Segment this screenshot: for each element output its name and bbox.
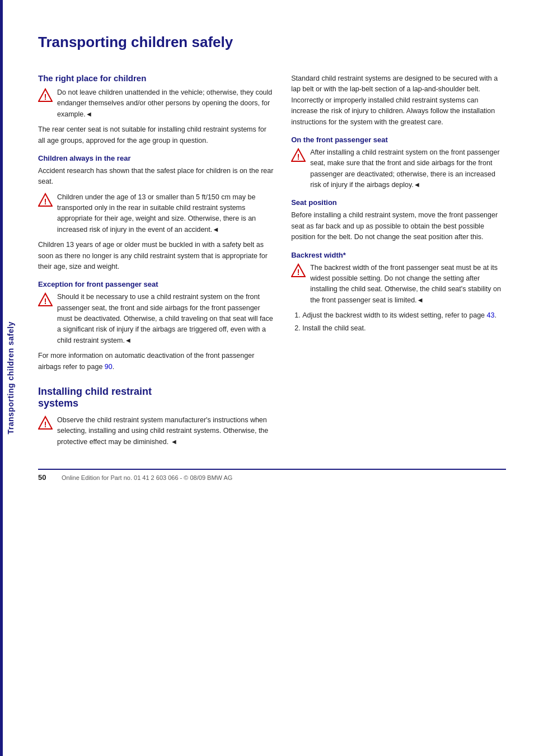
sidebar-bar	[0, 0, 3, 756]
right-place-title: The right place for children	[38, 73, 274, 83]
warning-icon-install: !	[38, 416, 53, 430]
right-column: Standard child restraint systems are des…	[291, 73, 506, 452]
svg-text:!: !	[297, 152, 300, 161]
exception-front-title: Exception for front passenger seat	[38, 280, 274, 288]
sidebar-label: Transporting children safely	[6, 321, 15, 435]
page-90-link[interactable]: 90	[105, 363, 113, 371]
warning-text-1: Do not leave children unattended in the …	[57, 87, 274, 120]
left-column: The right place for children ! Do not le…	[38, 73, 274, 452]
svg-text:!: !	[44, 197, 47, 206]
children-rear-title: Children always in the rear	[38, 154, 274, 162]
page-title: Transporting children safely	[38, 34, 506, 57]
warning-icon-backrest: !	[291, 263, 306, 278]
warning-block-front: ! After installing a child restraint sys…	[291, 147, 506, 191]
front-passenger-title: On the front passenger seat	[291, 136, 506, 144]
page-43-link[interactable]: 43	[487, 311, 495, 319]
svg-text:!: !	[44, 420, 47, 429]
warning-block-3: ! Should it be necessary to use a child …	[38, 292, 274, 346]
warning-block-backrest: ! The backrest width of the front passen…	[291, 263, 506, 306]
rear-center-para: The rear center seat is not suitable for…	[38, 124, 274, 146]
warning-text-3: Should it be necessary to use a child re…	[57, 292, 274, 346]
two-column-layout: The right place for children ! Do not le…	[38, 73, 506, 452]
warning-icon-front: !	[291, 148, 306, 162]
installing-title: Installing child restraintsystems	[38, 386, 274, 409]
warning-block-1: ! Do not leave children unattended in th…	[38, 87, 274, 120]
footer-text: Online Edition for Part no. 01 41 2 603 …	[62, 474, 232, 481]
warning-text-2: Children under the age of 13 or smaller …	[57, 192, 274, 236]
seat-position-title: Seat position	[291, 198, 506, 207]
main-content: Transporting children safely The right p…	[21, 0, 534, 756]
warning-icon-2: !	[38, 193, 53, 207]
sidebar: Transporting children safely	[0, 0, 21, 756]
step-1: Adjust the backrest width to its widest …	[302, 310, 506, 321]
more-info-para: For more information on automatic deacti…	[38, 351, 274, 372]
warning-block-install: ! Observe the child restraint system man…	[38, 415, 274, 447]
warning-text-front: After installing a child restraint syste…	[310, 147, 506, 191]
children-13-para: Children 13 years of age or older must b…	[38, 240, 274, 272]
backrest-steps: Adjust the backrest width to its widest …	[291, 310, 506, 334]
warning-text-install: Observe the child restraint system manuf…	[57, 415, 274, 447]
backrest-width-title: Backrest width*	[291, 251, 506, 259]
warning-text-backrest: The backrest width of the front passenge…	[310, 263, 506, 306]
warning-icon-3: !	[38, 292, 53, 307]
svg-text:!: !	[297, 268, 300, 277]
standard-systems-para: Standard child restraint systems are des…	[291, 73, 506, 128]
seat-position-para: Before installing a child restraint syst…	[291, 210, 506, 242]
warning-icon-1: !	[38, 88, 53, 102]
accident-research-para: Accident research has shown that the saf…	[38, 166, 274, 188]
page-number: 50	[38, 473, 55, 482]
svg-text:!: !	[44, 92, 47, 101]
warning-block-2: ! Children under the age of 13 or smalle…	[38, 192, 274, 236]
step-2: Install the child seat.	[302, 323, 506, 334]
page-footer: 50 Online Edition for Part no. 01 41 2 6…	[38, 469, 506, 482]
svg-text:!: !	[44, 297, 47, 306]
